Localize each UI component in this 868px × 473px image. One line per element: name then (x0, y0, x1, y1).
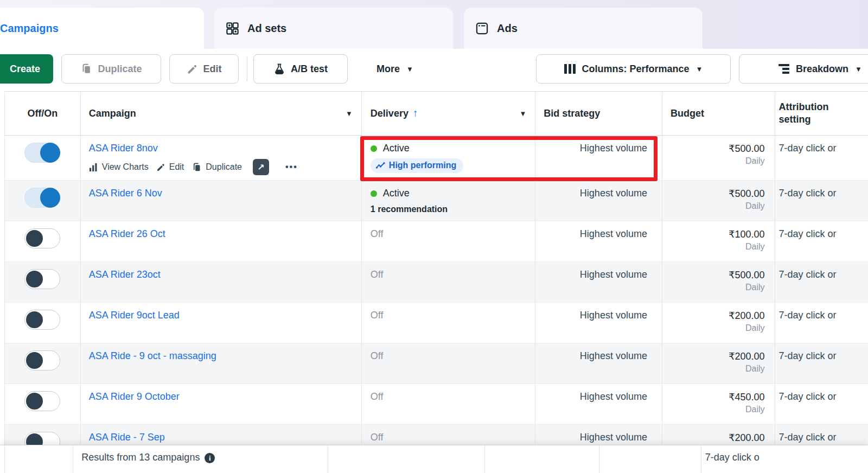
active-status-dot (371, 145, 377, 152)
campaign-link[interactable]: ASA Rider 23oct (89, 269, 161, 280)
bid-strategy-value: Highest volume (535, 303, 662, 343)
delivery-status: Off (371, 228, 384, 239)
attribution-value: 7-day click or (775, 136, 868, 180)
header-off-on: Off/On (5, 92, 81, 135)
tab-ads[interactable]: Ads (464, 8, 703, 49)
budget-period: Daily (662, 201, 765, 211)
budget-period: Daily (662, 323, 765, 333)
high-performing-badge[interactable]: High performing (371, 158, 463, 173)
tab-ad-sets[interactable]: Ad sets (214, 8, 453, 49)
row-hover-actions: View Charts Edit (89, 159, 361, 175)
ads-window-icon (475, 21, 489, 36)
trend-line-icon (376, 162, 385, 169)
bar-chart-icon (89, 163, 98, 172)
footer-budget-cell (599, 445, 701, 473)
footer-bid-cell (485, 445, 599, 473)
duplicate-action[interactable]: Duplicate (192, 162, 242, 172)
chevron-down-icon[interactable]: ▼ (519, 110, 526, 118)
campaigns-table: Off/On Campaign ▼ Delivery ↑ ▼ Bid strat… (4, 91, 868, 465)
recommendation-note[interactable]: 1 recommendation (371, 204, 535, 214)
campaign-toggle[interactable] (24, 391, 60, 411)
tab-ad-sets-label: Ad sets (247, 22, 286, 35)
campaign-toggle[interactable] (24, 228, 60, 248)
table-row: ASA Rider 8nov View Charts (4, 136, 868, 181)
results-summary: Results from 13 campaigns i (73, 445, 328, 473)
info-icon[interactable]: i (205, 453, 215, 463)
view-charts-action[interactable]: View Charts (89, 162, 149, 172)
chevron-down-icon[interactable]: ▼ (346, 110, 353, 118)
table-row: ASA Ride - 9 oct - massaging Off Highest… (4, 343, 868, 384)
header-campaign[interactable]: Campaign ▼ (81, 92, 362, 135)
budget-value: ₹200.00 Daily (662, 303, 775, 343)
delivery-status: Active (383, 188, 410, 199)
attribution-value: 7-day click or (775, 221, 868, 261)
budget-period: Daily (662, 156, 765, 166)
open-report-icon[interactable]: ↗ (253, 159, 269, 175)
flask-icon (273, 63, 285, 75)
table-row: ASA Rider 9 October Off Highest volume ₹… (4, 384, 868, 425)
bid-strategy-value: Highest volume (535, 181, 662, 221)
campaign-link[interactable]: ASA Rider 9 October (89, 391, 180, 402)
campaign-link[interactable]: ASA Rider 6 Nov (89, 188, 162, 199)
table-row: ASA Rider 23oct Off Highest volume ₹500.… (4, 262, 868, 303)
bid-strategy-value: Highest volume (535, 384, 662, 424)
budget-period: Daily (662, 364, 765, 374)
copy-icon (192, 162, 202, 172)
bid-strategy-value: Highest volume (535, 221, 662, 261)
delivery-status: Off (371, 269, 384, 280)
budget-value: ₹500.00 Daily (662, 262, 775, 302)
table-row: ASA Rider 9oct Lead Off Highest volume ₹… (4, 303, 868, 343)
edit-button[interactable]: Edit (169, 54, 239, 84)
campaign-toggle[interactable] (24, 269, 60, 289)
header-delivery[interactable]: Delivery ↑ ▼ (362, 92, 535, 135)
campaign-link[interactable]: ASA Ride - 9 oct - massaging (89, 350, 216, 362)
footer-offon-cell (5, 445, 73, 473)
campaign-toggle[interactable] (24, 143, 60, 163)
delivery-status: Off (371, 432, 384, 443)
bid-strategy-value: Highest volume (535, 343, 662, 383)
campaign-link[interactable]: ASA Ride - 7 Sep (89, 432, 165, 443)
campaign-link[interactable]: ASA Rider 9oct Lead (89, 310, 180, 321)
table-summary-footer: Results from 13 campaigns i 7-day click … (0, 445, 868, 473)
table-row: ASA Rider 26 Oct Off Highest volume ₹100… (4, 221, 868, 262)
duplicate-button[interactable]: Duplicate (61, 54, 161, 84)
more-options-icon[interactable]: ••• (285, 162, 298, 172)
toggle-knob (26, 352, 43, 369)
tab-campaigns[interactable]: Campaigns (0, 8, 204, 49)
pencil-icon (156, 163, 165, 172)
edit-action[interactable]: Edit (156, 162, 184, 172)
header-attribution-setting: Attribution setting (775, 92, 868, 135)
toggle-knob (26, 230, 43, 247)
copy-icon (80, 63, 92, 75)
campaign-link[interactable]: ASA Rider 8nov (89, 143, 158, 154)
campaign-toggle[interactable] (24, 310, 60, 330)
bid-strategy-value: Highest volume (535, 136, 662, 180)
campaign-toggle[interactable] (24, 350, 60, 370)
bid-strategy-value: Highest volume (535, 262, 662, 302)
budget-value: ₹500.00 Daily (662, 136, 775, 180)
campaign-toggle[interactable] (24, 188, 60, 208)
create-button[interactable]: Create (0, 54, 53, 84)
delivery-status: Off (371, 391, 384, 402)
budget-period: Daily (662, 283, 765, 292)
columns-icon (564, 64, 576, 74)
footer-attribution-value: 7-day click o (701, 445, 868, 473)
ab-test-button[interactable]: A/B test (253, 54, 348, 84)
toggle-knob (26, 271, 43, 287)
more-button[interactable]: More ▼ (362, 54, 427, 84)
campaign-link[interactable]: ASA Rider 26 Oct (89, 228, 165, 240)
sort-ascending-icon: ↑ (413, 107, 418, 119)
attribution-value: 7-day click or (775, 262, 868, 302)
delivery-status: Off (371, 350, 384, 361)
delivery-status: Active (383, 143, 410, 154)
toggle-knob (26, 393, 43, 410)
attribution-value: 7-day click or (775, 181, 868, 221)
active-status-dot (371, 190, 377, 197)
columns-button[interactable]: Columns: Performance ▼ (536, 54, 731, 84)
budget-period: Daily (662, 242, 765, 252)
breakdown-icon (778, 64, 789, 74)
breakdown-button[interactable]: Breakdown ▼ (739, 54, 868, 84)
chevron-down-icon: ▼ (855, 65, 862, 73)
table-row: ASA Rider 6 Nov Active 1 recommendation … (4, 181, 868, 221)
budget-value: ₹200.00 Daily (662, 343, 775, 383)
